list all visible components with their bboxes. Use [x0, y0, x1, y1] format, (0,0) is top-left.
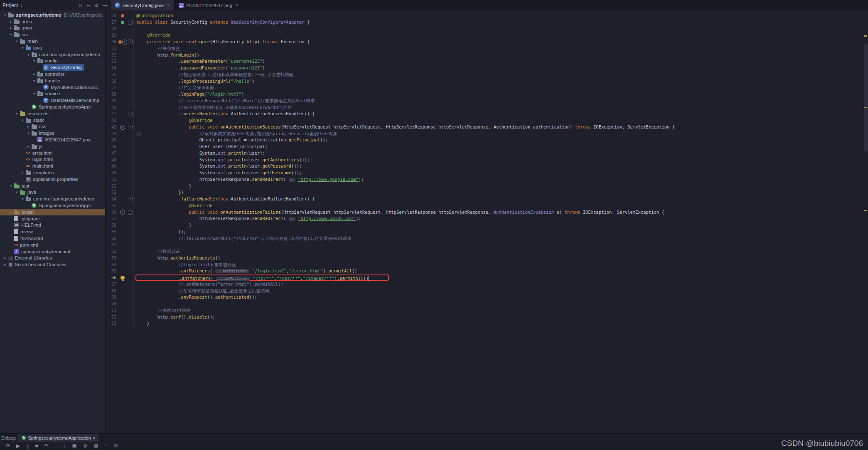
- collapse-all-icon[interactable]: ⊟: [86, 0, 91, 10]
- line-number[interactable]: 39: [106, 98, 118, 104]
- line-number[interactable]: 34: [106, 65, 118, 72]
- editor-tab-securityconfig-java[interactable]: CSecurityConfig.java×: [111, 0, 175, 10]
- fold-marker-icon[interactable]: -: [128, 210, 133, 215]
- code-line-57[interactable]: 57 httpServletResponse.sendRedirect( s: …: [106, 215, 868, 222]
- chevron-down-icon[interactable]: ▾: [32, 79, 37, 83]
- tree-item-java[interactable]: ▾java: [0, 45, 105, 51]
- tree-item-handler[interactable]: ▾handler: [0, 77, 105, 84]
- line-number[interactable]: 65: [106, 268, 118, 274]
- line-number[interactable]: 35: [106, 72, 118, 78]
- chevron-right-icon[interactable]: ▸: [20, 171, 25, 175]
- fold-marker-icon[interactable]: -: [128, 40, 133, 44]
- step-into-icon[interactable]: ↓: [55, 442, 57, 450]
- line-number[interactable]: 44: [106, 131, 118, 137]
- tree-item-springsecuritydemo-iml[interactable]: Ispringsecuritydemo.iml: [0, 248, 105, 255]
- code-line-53[interactable]: 53 }): [106, 189, 868, 196]
- pause-icon[interactable]: ∥: [26, 442, 29, 450]
- tree-item--gitignore[interactable]: .gitignore: [0, 215, 105, 222]
- code-line-69[interactable]: 69 .anyRequest().authenticated();: [106, 294, 868, 301]
- code-line-48[interactable]: 48 System.out.println(user.getAuthoritie…: [106, 157, 868, 163]
- settings-icon[interactable]: ⚙: [94, 0, 99, 10]
- tree-item-com-hrui-springsecuritydemo[interactable]: ▾com.hrui.springsecuritydemo: [0, 195, 105, 202]
- chevron-down-icon[interactable]: ▾: [32, 59, 37, 63]
- line-number[interactable]: 48: [106, 157, 118, 163]
- line-number[interactable]: 58: [106, 222, 118, 229]
- chevron-right-icon[interactable]: ▸: [32, 72, 37, 76]
- code-line-71[interactable]: 71 //关闭csrf防护: [106, 307, 868, 314]
- fold-marker-icon[interactable]: -: [128, 125, 133, 129]
- line-number[interactable]: 27: [106, 19, 118, 26]
- line-number[interactable]: 29: [106, 32, 118, 39]
- code-line-26[interactable]: 26@Configuration: [106, 12, 868, 19]
- chevron-down-icon[interactable]: ▾: [20, 118, 25, 122]
- code-line-46[interactable]: 46 User user=(User)principal;: [106, 143, 868, 150]
- bean-icon[interactable]: [121, 14, 124, 17]
- line-number[interactable]: 71: [106, 307, 118, 314]
- inspection-mark[interactable]: [864, 210, 867, 211]
- tree-item-mvnw-cmd[interactable]: mvnw.cmd: [0, 235, 105, 242]
- code-line-52[interactable]: 52 }: [106, 183, 868, 190]
- tree-item-securityconfig[interactable]: CSecurityConfig: [0, 64, 105, 71]
- chevron-right-icon[interactable]: ▸: [2, 256, 8, 260]
- debug-run-config-tab[interactable]: SpringsecuritydemoApplication ×: [18, 434, 98, 442]
- chevron-down-icon[interactable]: ▾: [26, 131, 31, 135]
- line-number[interactable]: 56: [106, 209, 118, 216]
- tree-item-error-html[interactable]: <>error.html: [0, 150, 105, 156]
- line-number[interactable]: 70: [106, 301, 118, 307]
- code-line-43[interactable]: 43↑- public void onAuthenticationSuccess…: [106, 124, 868, 131]
- line-number[interactable]: 67: [106, 281, 118, 288]
- close-tab-icon[interactable]: ×: [93, 435, 96, 440]
- code-line-63[interactable]: 63 http.authorizeRequests(): [106, 255, 868, 262]
- tree-item-com-hrui-springsecuritydemo[interactable]: ▾com.hrui.springsecuritydemo: [0, 51, 105, 58]
- override-icon[interactable]: ↑: [122, 40, 127, 45]
- close-tab-icon[interactable]: ×: [236, 2, 239, 8]
- code-line-66[interactable]: 66 .antMatchers( ...antPatterns: "/js/**…: [106, 274, 868, 281]
- chevron-right-icon[interactable]: ▸: [8, 210, 14, 214]
- code-line-33[interactable]: 33 .usernameParameter("username123"): [106, 58, 868, 65]
- hide-panel-icon[interactable]: —: [103, 0, 108, 10]
- chevron-down-icon[interactable]: ▾: [14, 111, 20, 116]
- tree-item-external-libraries[interactable]: ▸▤External Libraries: [0, 255, 105, 261]
- editor-tab-20230114222647-png[interactable]: 20230114222647.png×: [175, 0, 243, 10]
- code-line-32[interactable]: 32 http.formLogin(): [106, 52, 868, 59]
- tree-item-userdetailsserviceimp[interactable]: CUserDetailsServiceImp: [0, 97, 105, 104]
- chevron-down-icon[interactable]: ▾: [14, 39, 20, 43]
- tree-item-springsecuritydemo[interactable]: ▾springsecuritydemoD:\VUE\springsecu: [0, 12, 105, 18]
- line-number[interactable]: 61: [106, 242, 118, 248]
- code-line-61[interactable]: 61: [106, 242, 868, 248]
- code-line-68[interactable]: 68 //所有请求都必须被认证,必须登录之后被访问: [106, 288, 868, 294]
- mute-breakpoints-icon[interactable]: ⊘: [83, 442, 87, 450]
- line-number[interactable]: 59: [106, 229, 118, 235]
- line-number[interactable]: 32: [106, 52, 118, 59]
- close-tab-icon[interactable]: ×: [167, 2, 170, 8]
- line-number[interactable]: 68: [106, 288, 118, 294]
- code-line-55[interactable]: 55 @Override: [106, 203, 868, 209]
- chevron-right-icon[interactable]: ▸: [8, 26, 14, 30]
- chevron-down-icon[interactable]: ▾: [26, 52, 31, 57]
- code-line-42[interactable]: 42 @Override: [106, 117, 868, 124]
- code-line-54[interactable]: 54- .failureHandler(new AuthenticationFa…: [106, 196, 868, 203]
- view-breakpoints-icon[interactable]: ▣: [72, 442, 77, 450]
- line-number[interactable]: 66: [106, 274, 118, 281]
- line-number[interactable]: 53: [106, 189, 118, 196]
- tree-item-templates[interactable]: ▸templates: [0, 169, 105, 176]
- tree-item-pom-xml[interactable]: mpom.xml: [0, 242, 105, 248]
- code-line-64[interactable]: 64 //login.html不需要被认证: [106, 262, 868, 268]
- tree-item-src[interactable]: ▾src: [0, 31, 105, 38]
- line-number[interactable]: 43: [106, 124, 118, 131]
- chevron-down-icon[interactable]: ▾: [20, 46, 25, 50]
- tree-item-login-html[interactable]: <>login.html: [0, 156, 105, 163]
- chevron-down-icon[interactable]: ▾: [2, 13, 8, 17]
- line-number[interactable]: 30: [106, 39, 118, 45]
- inspection-mark[interactable]: [864, 35, 867, 37]
- resume-icon[interactable]: ▶: [16, 442, 20, 450]
- code-line-67[interactable]: 67 //.antMatchers("error.html").permitAl…: [106, 281, 868, 288]
- line-number[interactable]: 46: [106, 143, 118, 150]
- code-line-49[interactable]: 49 System.out.println(user.getPassword()…: [106, 163, 868, 170]
- console-icon[interactable]: ≡: [104, 442, 107, 450]
- code-line-34[interactable]: 34 .passwordParameter("password123"): [106, 65, 868, 72]
- stop-icon[interactable]: ■: [35, 442, 38, 450]
- tree-item-java[interactable]: ▾java: [0, 189, 105, 196]
- code-line-28[interactable]: 28: [106, 26, 868, 32]
- chevron-down-icon[interactable]: ▾: [20, 197, 25, 201]
